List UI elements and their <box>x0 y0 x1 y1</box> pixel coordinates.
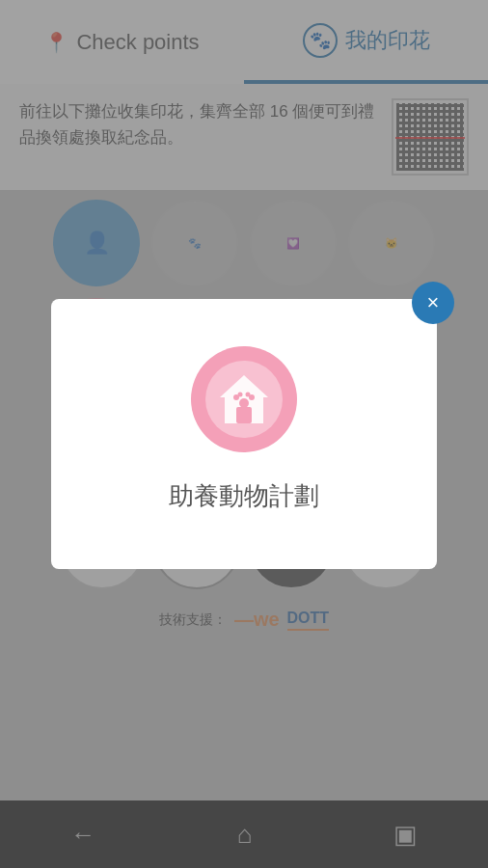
modal-box: × 助養動物計劃 <box>51 299 437 569</box>
modal-close-button[interactable]: × <box>412 282 454 324</box>
modal-overlay: × 助養動物計劃 <box>0 0 488 868</box>
svg-point-6 <box>246 392 251 396</box>
house-paw-icon <box>215 370 273 428</box>
svg-point-2 <box>239 398 249 408</box>
modal-icon-circle <box>191 346 297 452</box>
svg-point-5 <box>238 392 243 396</box>
modal-title: 助養動物計劃 <box>169 479 319 513</box>
modal-icon-inner <box>205 361 283 438</box>
svg-rect-1 <box>236 407 252 423</box>
